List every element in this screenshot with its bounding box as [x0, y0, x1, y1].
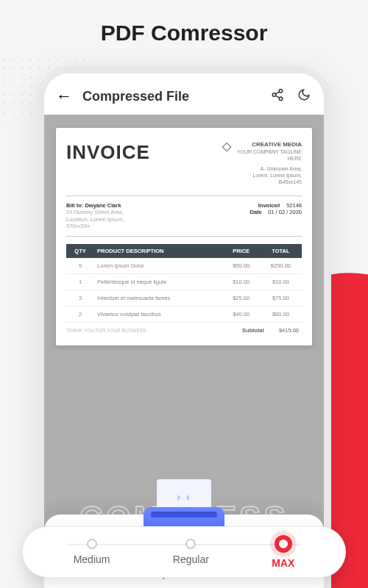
- table-row: 3Interdum et malesuada fames$25.00$75.00: [66, 290, 302, 306]
- page-title: PDF Comressor: [0, 0, 368, 46]
- size-before: 23.4MB: [118, 585, 172, 588]
- svg-line-4: [275, 96, 279, 98]
- col-desc: PRODUCT DESCRIPTION: [94, 244, 222, 258]
- topbar-title: Compressed File: [82, 89, 259, 104]
- bill-info-row: Bill to: Dwyane Clark 24 Dummy Street Ar…: [66, 196, 302, 237]
- brand-block: CREATIVE MEDIA YOUR COMPANY TAGLINE HERE…: [221, 141, 302, 185]
- subtotal-value: $415.00: [279, 327, 299, 334]
- bill-to-label: Bill to:: [66, 202, 83, 209]
- level-label: MAX: [272, 557, 294, 569]
- level-max[interactable]: MAX: [272, 535, 294, 569]
- svg-rect-5: [223, 143, 231, 151]
- brand-addr-2: Lorem, Lorem Ipsum,: [221, 172, 302, 179]
- app-topbar: ← Compressed File: [44, 74, 324, 115]
- brand-addr-1: A- Unknown Area,: [221, 165, 302, 172]
- bill-addr-1: 24 Dummy Street Area,: [66, 209, 124, 216]
- invoice-heading: INVOICE: [66, 141, 150, 164]
- bill-to-name: Dwyane Clark: [85, 202, 121, 209]
- size-after: 2.8MB: [205, 585, 250, 588]
- thank-you-text: THANK YOU FOR YOUR BUSINESS: [66, 325, 146, 336]
- document-preview-area: INVOICE CREATIVE MEDIA YOUR COMPANY TAGL…: [44, 115, 324, 588]
- level-dot: [275, 535, 292, 553]
- level-dot: [87, 539, 97, 549]
- bill-addr-2: Location, Lorem Ipsum,: [66, 216, 124, 223]
- table-row: 5Lorem Ipsum Dolor$50.00$250.00: [66, 258, 302, 274]
- brand-logo-icon: [221, 141, 233, 153]
- invoice-no-label: Invoice#: [258, 202, 280, 209]
- arrow-right-icon: →: [180, 585, 196, 588]
- level-label: Medium: [74, 553, 110, 565]
- bill-addr-3: 570xx59x: [66, 223, 124, 230]
- compression-level-selector: Medium Regular MAX: [22, 526, 346, 578]
- share-icon[interactable]: [269, 88, 286, 105]
- subtotal-label: Subtotal: [242, 327, 264, 334]
- brand-addr-3: B45xx145: [221, 179, 302, 185]
- invoice-date-label: Date: [250, 209, 262, 215]
- invoice-no: 52148: [286, 202, 302, 209]
- col-total: TOTAL: [260, 244, 302, 258]
- level-regular[interactable]: Regular: [173, 539, 209, 565]
- svg-point-1: [272, 93, 276, 96]
- invoice-date: 01 / 02 / 2020: [268, 209, 302, 215]
- phone-frame: ← Compressed File INVOICE CREATIVE MEDIA…: [37, 66, 331, 588]
- phone-screen: ← Compressed File INVOICE CREATIVE MEDIA…: [44, 74, 324, 588]
- brand-name: CREATIVE MEDIA: [221, 141, 302, 148]
- svg-point-2: [279, 97, 283, 101]
- brand-tagline: YOUR COMPANY TAGLINE HERE: [221, 148, 302, 162]
- table-row: 2Vivamus volutpat faucibus$40.00$80.00: [66, 306, 302, 323]
- level-label: Regular: [173, 553, 209, 565]
- svg-line-3: [275, 91, 279, 93]
- col-price: PRICE: [223, 244, 260, 258]
- invoice-document: INVOICE CREATIVE MEDIA YOUR COMPANY TAGL…: [56, 128, 312, 345]
- level-medium[interactable]: Medium: [74, 539, 110, 565]
- svg-point-0: [279, 89, 283, 93]
- level-dot: [185, 539, 196, 549]
- invoice-table: QTY PRODUCT DESCRIPTION PRICE TOTAL 5Lor…: [66, 244, 302, 323]
- back-icon[interactable]: ←: [56, 87, 72, 106]
- table-row: 1Pellentesque id neque ligula$10.00$10.0…: [66, 274, 302, 290]
- col-qty: QTY: [66, 244, 94, 258]
- dark-mode-icon[interactable]: [296, 88, 312, 105]
